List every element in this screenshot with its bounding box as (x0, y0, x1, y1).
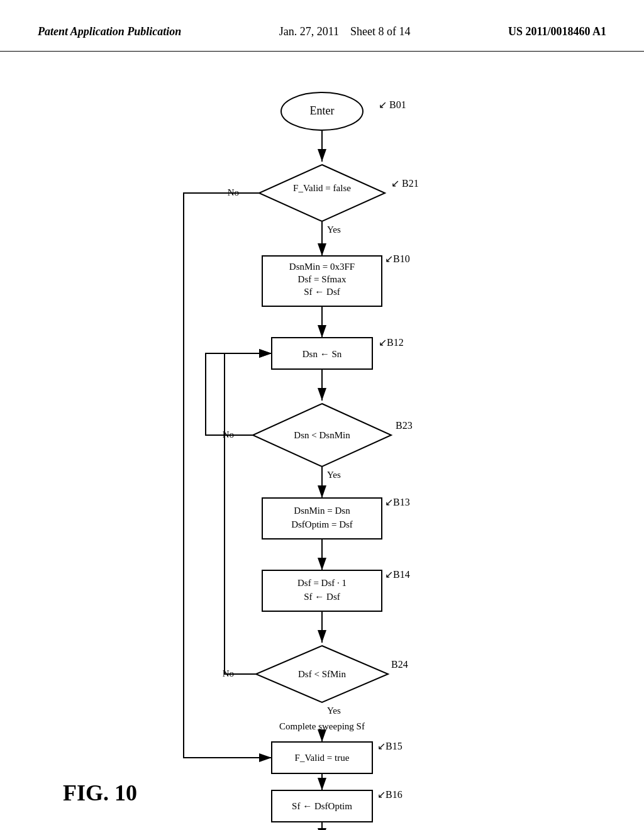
svg-text:↙B16: ↙B16 (377, 789, 402, 800)
page-header: Patent Application Publication Jan. 27, … (0, 0, 644, 52)
svg-rect-31 (262, 570, 382, 611)
svg-text:DsnMin = 0x3FF: DsnMin = 0x3FF (289, 262, 355, 272)
patent-number: US 2011/0018460 A1 (508, 25, 606, 38)
flowchart-svg: Enter ↙ B01 F_Valid = false ↙ B21 Yes No… (102, 77, 542, 819)
svg-text:Yes: Yes (327, 470, 341, 480)
svg-text:Sf ← DsfOptim: Sf ← DsfOptim (292, 801, 352, 811)
svg-text:Sf ← Dsf: Sf ← Dsf (304, 592, 340, 602)
svg-text:F_Valid = false: F_Valid = false (293, 183, 351, 193)
svg-marker-4 (259, 165, 385, 221)
svg-text:Complete sweeping Sf: Complete sweeping Sf (279, 721, 365, 731)
svg-text:DsnMin = Dsn: DsnMin = Dsn (294, 506, 350, 516)
svg-text:Yes: Yes (327, 224, 341, 235)
svg-text:↙B14: ↙B14 (385, 569, 410, 580)
svg-text:Dsn < DsnMin: Dsn < DsnMin (294, 430, 350, 440)
svg-text:↙B15: ↙B15 (377, 741, 402, 751)
svg-text:Sf ← Dsf: Sf ← Dsf (304, 287, 340, 297)
svg-text:↙ B21: ↙ B21 (391, 178, 419, 189)
svg-text:Yes: Yes (327, 706, 341, 716)
diagram-area: Enter ↙ B01 F_Valid = false ↙ B21 Yes No… (0, 52, 644, 830)
publication-date: Jan. 27, 2011 (279, 25, 339, 38)
figure-label: FIG. 10 (63, 780, 137, 806)
svg-text:↙B12: ↙B12 (379, 337, 404, 348)
svg-text:Dsf < SfMin: Dsf < SfMin (298, 669, 346, 679)
svg-text:DsfOptim = Dsf: DsfOptim = Dsf (291, 519, 353, 529)
svg-text:↙B13: ↙B13 (385, 497, 410, 507)
svg-text:Dsn ← Sn: Dsn ← Sn (303, 349, 342, 359)
publication-title: Patent Application Publication (38, 25, 181, 38)
svg-text:B23: B23 (396, 420, 413, 431)
header-center: Jan. 27, 2011 Sheet 8 of 14 (279, 25, 411, 38)
svg-text:Enter: Enter (310, 104, 335, 117)
svg-text:↙B10: ↙B10 (385, 253, 410, 264)
svg-text:B24: B24 (391, 659, 408, 670)
svg-rect-26 (262, 498, 382, 539)
svg-text:Dsf = Sfmax: Dsf = Sfmax (298, 274, 347, 284)
svg-text:Dsf = Dsf · 1: Dsf = Dsf · 1 (297, 578, 347, 588)
svg-text:F_Valid = true: F_Valid = true (295, 753, 350, 763)
svg-text:↙ B01: ↙ B01 (379, 99, 406, 110)
sheet-info: Sheet 8 of 14 (350, 25, 410, 38)
